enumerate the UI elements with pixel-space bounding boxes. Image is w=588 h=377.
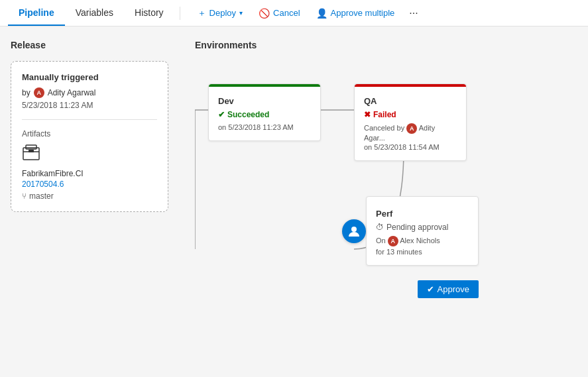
by-label: by: [22, 88, 30, 97]
dev-date: on 5/23/2018 11:23 AM: [218, 123, 311, 131]
approve-multiple-button[interactable]: 👤 Approve multiple: [310, 5, 402, 22]
dev-name: Dev: [218, 96, 311, 106]
svg-point-7: [351, 227, 357, 232]
trigger-date: 5/23/2018 11:23 AM: [22, 101, 157, 110]
cancel-icon: 🚫: [259, 8, 270, 19]
artifacts-label: Artifacts: [22, 129, 157, 138]
release-panel: Release Manually triggered by A Adity Ag…: [0, 27, 179, 377]
check-icon: ✔: [427, 284, 434, 294]
tab-history[interactable]: History: [124, 1, 174, 26]
artifacts-section: Artifacts FabrikamFibre.CI 20170504.6 ⑂ …: [22, 129, 157, 201]
perf-approver: On A Alex Nichols: [376, 236, 469, 246]
qa-canceled-avatar: A: [406, 123, 417, 134]
top-navigation: Pipeline Variables History ＋ Deploy ▾ 🚫 …: [0, 0, 588, 27]
tab-pipeline[interactable]: Pipeline: [8, 1, 65, 26]
user-icon: 👤: [316, 8, 327, 19]
dev-status-bar: [209, 84, 320, 87]
nav-divider: [180, 7, 180, 20]
perf-status: ⏱ Pending approval: [376, 223, 469, 232]
trigger-user: Adity Agarwal: [48, 88, 96, 97]
trigger-avatar: A: [34, 87, 44, 98]
approve-button[interactable]: ✔ Approve: [418, 280, 479, 298]
nav-actions: ＋ Deploy ▾ 🚫 Cancel 👤 Approve multiple ·…: [191, 4, 424, 23]
qa-status: ✖ Failed: [364, 110, 457, 119]
qa-environment[interactable]: QA ✖ Failed Canceled by A Adity Agar... …: [354, 83, 467, 161]
release-title: Release: [11, 40, 168, 50]
main-content: Release Manually triggered by A Adity Ag…: [0, 27, 588, 377]
approval-avatar: [342, 219, 366, 243]
dev-environment[interactable]: Dev ✔ Succeeded on 5/23/2018 11:23 AM: [208, 83, 321, 141]
perf-approver-avatar: A: [388, 236, 398, 246]
failed-icon: ✖: [364, 110, 371, 119]
perf-environment[interactable]: Perf ⏱ Pending approval On A Alex Nichol…: [354, 196, 479, 298]
environments-title: Environments: [195, 40, 572, 50]
dev-card[interactable]: Dev ✔ Succeeded on 5/23/2018 11:23 AM: [208, 83, 321, 141]
plus-icon: ＋: [198, 7, 206, 19]
qa-canceled-date: on 5/23/2018 11:54 AM: [364, 143, 457, 151]
environments-panel: Environments Dev ✔ Su: [179, 27, 588, 377]
artifact-name: FabrikamFibre.CI: [22, 169, 157, 178]
artifact-version[interactable]: 20170504.6: [22, 180, 157, 189]
perf-name: Perf: [376, 209, 469, 219]
artifact-icon: [22, 144, 157, 166]
perf-wait: for 13 minutes: [376, 248, 469, 256]
trigger-section: Manually triggered by A Adity Agarwal 5/…: [22, 72, 157, 120]
chevron-down-icon: ▾: [239, 9, 243, 17]
dev-status: ✔ Succeeded: [218, 110, 311, 119]
success-icon: ✔: [218, 110, 225, 119]
deploy-button[interactable]: ＋ Deploy ▾: [191, 4, 249, 23]
trigger-title: Manually triggered: [22, 72, 157, 82]
perf-card[interactable]: Perf ⏱ Pending approval On A Alex Nichol…: [366, 196, 479, 266]
release-card: Manually triggered by A Adity Agarwal 5/…: [11, 61, 168, 212]
clock-icon: ⏱: [376, 223, 384, 232]
qa-card[interactable]: QA ✖ Failed Canceled by A Adity Agar... …: [354, 83, 467, 161]
branch-icon: ⑂: [22, 191, 27, 201]
trigger-by: by A Adity Agarwal: [22, 87, 157, 98]
more-options-button[interactable]: ···: [404, 4, 423, 23]
qa-name: QA: [364, 96, 457, 106]
cancel-button[interactable]: 🚫 Cancel: [252, 5, 306, 22]
artifact-branch: ⑂ master: [22, 191, 157, 201]
svg-rect-3: [29, 150, 34, 152]
qa-status-bar: [355, 84, 466, 87]
qa-canceled: Canceled by A Adity Agar...: [364, 123, 457, 142]
svg-rect-1: [26, 145, 36, 149]
tab-variables[interactable]: Variables: [65, 1, 124, 26]
